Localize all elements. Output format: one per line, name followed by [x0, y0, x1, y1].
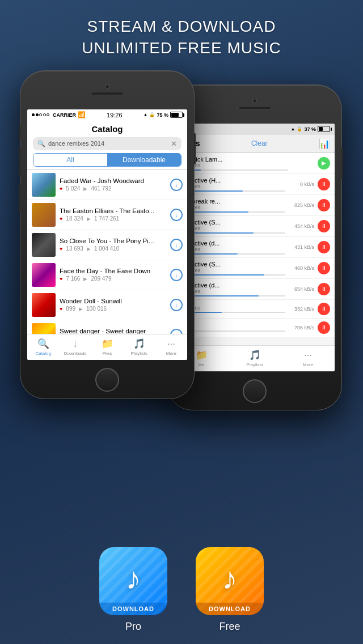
- song-info: Faded War - Josh Woodward ♥ 5 024 ▶ 461 …: [60, 177, 166, 192]
- catalog-nav-icon: 🔍: [37, 338, 49, 350]
- song-plays: 100 016: [86, 306, 107, 312]
- dl-info: t Jailbreak re... der: Files: [179, 198, 285, 213]
- download-button[interactable]: ↓: [170, 209, 183, 221]
- download-button[interactable]: ↓: [170, 239, 183, 251]
- search-icon: 🔍: [37, 140, 45, 147]
- song-likes: 899: [66, 306, 75, 312]
- search-clear-icon[interactable]: ✕: [171, 139, 177, 148]
- music-note-icon: ♪: [126, 561, 141, 596]
- nav-item-downloads[interactable]: ↓ Downloads: [59, 334, 91, 360]
- list-item[interactable]: Face the Day - The Ease Down ♥ 7 166 ▶ 2…: [27, 260, 187, 290]
- nav-item-more-right[interactable]: ··· More: [281, 346, 335, 371]
- left-phone: CARRIER 📶 19:26 ▲ 🔒 75 % Catalog: [20, 70, 195, 399]
- download-item[interactable]: adioactive (S... der: Files 454 kB/s ⏸: [175, 216, 335, 237]
- status-bar-right: 59 ▲ 🔒 37 %: [175, 124, 335, 135]
- song-likes: 5 024: [66, 185, 80, 192]
- catalog-header: Catalog 🔍 dance remixes 2014 ✕ All Downl…: [27, 121, 187, 170]
- download-item[interactable]: der: Files 332 kB/s ⏸: [175, 300, 335, 319]
- pause-button[interactable]: ⏸: [318, 241, 330, 253]
- filter-tabs: All Downloadable: [33, 153, 182, 167]
- list-item[interactable]: The Easton Ellises - The Easto... ♥ 18 3…: [27, 200, 187, 230]
- download-item[interactable]: adioactive (S... der: Files 460 kB/s ⏸: [175, 258, 335, 279]
- downloads-header: loads Clear 📊: [175, 135, 335, 153]
- pause-button[interactable]: ⏸: [318, 220, 330, 232]
- time-left: 19:26: [107, 112, 123, 118]
- pause-button[interactable]: ⏸: [318, 178, 330, 190]
- dl-sub: der: Files: [179, 205, 285, 210]
- song-likes: 13 693: [66, 245, 83, 252]
- nav-item-playlists[interactable]: 🎵 Playlists: [123, 334, 155, 360]
- song-thumb: [32, 263, 56, 287]
- download-item[interactable]: t Jailbreak re... der: Files 825 kB/s ⏸: [175, 195, 335, 216]
- dl-info: adioactive (d... der: Files: [179, 240, 285, 255]
- list-item[interactable]: Wonder Doll - Sunwill ♥ 899 ▶ 100 016 ↓: [27, 290, 187, 320]
- song-thumb: [32, 173, 56, 197]
- filter-tab-downloadable[interactable]: Downloadable: [107, 154, 181, 166]
- song-title: Face the Day - The Ease Down: [60, 268, 166, 274]
- list-item[interactable]: So Close To You - The Pony Pi... ♥ 13 69…: [27, 230, 187, 260]
- download-item[interactable]: Kendrick Lam... der: Files ▶: [175, 153, 335, 174]
- nav-item-files[interactable]: 📁 Files: [91, 334, 123, 360]
- pause-button[interactable]: ⏸: [318, 321, 330, 334]
- dl-title: adioactive (H...: [179, 177, 285, 184]
- files-nav-label-right: les: [199, 362, 204, 367]
- download-label-pro: DOWNLOAD: [99, 603, 167, 615]
- pro-label: Pro: [125, 621, 141, 633]
- dl-title: adioactive (S...: [179, 219, 285, 226]
- dl-sub: der: Files: [179, 289, 285, 294]
- nav-item-playlists-right[interactable]: 🎵 Playlists: [228, 346, 281, 371]
- filter-tab-all[interactable]: All: [33, 154, 107, 166]
- dl-speed: 0 kB/s: [289, 181, 314, 187]
- download-button[interactable]: ↓: [170, 299, 183, 311]
- list-item[interactable]: Faded War - Josh Woodward ♥ 5 024 ▶ 461 …: [27, 170, 187, 200]
- nav-item-more[interactable]: ··· More: [155, 334, 187, 360]
- pause-button[interactable]: ⏸: [318, 283, 330, 295]
- left-phone-screen: CARRIER 📶 19:26 ▲ 🔒 75 % Catalog: [27, 109, 187, 360]
- nav-item-catalog[interactable]: 🔍 Catalog: [27, 334, 59, 360]
- files-nav-icon: 📁: [102, 338, 113, 350]
- clear-button[interactable]: Clear: [251, 139, 268, 147]
- playlists-nav-icon: 🎵: [133, 338, 145, 350]
- more-nav-icon: ···: [167, 338, 175, 350]
- dl-title: adioactive (d...: [179, 240, 285, 247]
- download-item[interactable]: adioactive (H... der: Files 0 kB/s ⏸: [175, 174, 335, 195]
- pause-button[interactable]: ⏸: [318, 262, 330, 274]
- search-bar[interactable]: 🔍 dance remixes 2014 ✕: [33, 137, 182, 150]
- playlists-nav-icon-right: 🎵: [249, 349, 261, 361]
- app-icon-free[interactable]: ♪ DOWNLOAD: [196, 547, 264, 615]
- download-button[interactable]: ↓: [170, 269, 183, 281]
- pause-button[interactable]: ⏸: [318, 303, 330, 315]
- catalog-title: Catalog: [33, 124, 182, 134]
- home-button-left[interactable]: [95, 368, 119, 392]
- header: STREAM & DOWNLOAD UNLIMITED FREE MUSIC: [0, 0, 363, 65]
- song-plays: 209 479: [91, 276, 111, 282]
- song-info: The Easton Ellises - The Easto... ♥ 18 3…: [60, 207, 166, 222]
- download-item[interactable]: adioactive (d... der: Files 431 kB/s ⏸: [175, 237, 335, 258]
- playlists-nav-label: Playlists: [131, 351, 147, 356]
- dl-info: adioactive (S... der: Files: [179, 261, 285, 276]
- home-button-right[interactable]: [243, 379, 267, 403]
- dl-title: adioactive (d...: [179, 282, 285, 289]
- bottom-nav-left: 🔍 Catalog ↓ Downloads 📁 Files 🎵 Playlist…: [27, 334, 187, 360]
- dl-sub: der: Files: [179, 226, 285, 231]
- download-item[interactable]: 706 kB/s ⏸: [175, 319, 335, 337]
- app-icons-section: ♪ DOWNLOAD Pro ♪ DOWNLOAD Free: [0, 547, 363, 633]
- downloads-nav-icon: ↓: [73, 338, 78, 350]
- more-nav-label: More: [166, 351, 176, 356]
- phone-top-notch: [20, 71, 194, 109]
- dl-info: [179, 324, 285, 332]
- dl-sub: der: Files: [179, 305, 285, 311]
- download-button[interactable]: ↓: [170, 179, 183, 191]
- files-nav-label: Files: [103, 351, 112, 356]
- battery-right: 37 %: [304, 126, 316, 132]
- dl-speed: 431 kB/s: [289, 244, 314, 250]
- phones-container: CARRIER 📶 19:26 ▲ 🔒 75 % Catalog: [0, 65, 363, 416]
- pause-button[interactable]: ⏸: [318, 199, 330, 211]
- dl-speed: 454 kB/s: [289, 223, 314, 229]
- dl-speed: 460 kB/s: [289, 265, 314, 271]
- more-nav-label-right: More: [303, 362, 313, 367]
- app-icon-pro-wrapper: ♪ DOWNLOAD Pro: [99, 547, 167, 633]
- play-button[interactable]: ▶: [318, 157, 330, 170]
- download-item[interactable]: adioactive (d... der: Files 654 kB/s ⏸: [175, 279, 335, 300]
- app-icon-pro[interactable]: ♪ DOWNLOAD: [99, 547, 167, 615]
